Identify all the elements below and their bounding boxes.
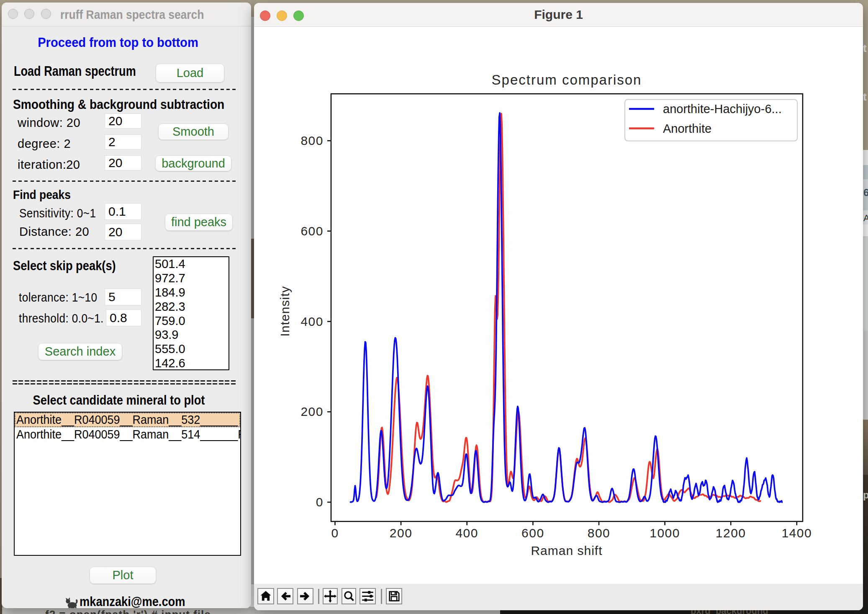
svg-text:400: 400 (455, 526, 478, 540)
svg-text:1200: 1200 (716, 526, 746, 540)
svg-text:Intensity: Intensity (278, 286, 292, 337)
svg-text:0: 0 (331, 526, 339, 540)
svg-text:200: 200 (390, 526, 413, 540)
svg-text:1400: 1400 (781, 526, 812, 540)
svg-text:Anorthite: Anorthite (663, 122, 711, 135)
svg-text:1000: 1000 (650, 526, 680, 540)
svg-text:800: 800 (588, 526, 611, 540)
svg-text:Raman shift: Raman shift (531, 544, 602, 557)
svg-text:0: 0 (316, 495, 324, 509)
svg-text:Spectrum comparison: Spectrum comparison (492, 72, 642, 88)
svg-text:400: 400 (300, 315, 324, 328)
svg-text:600: 600 (521, 526, 544, 540)
svg-text:800: 800 (300, 134, 324, 147)
svg-text:600: 600 (300, 224, 324, 238)
svg-text:200: 200 (300, 405, 324, 418)
svg-text:anorthite-Hachijyo-6...: anorthite-Hachijyo-6... (663, 102, 782, 116)
